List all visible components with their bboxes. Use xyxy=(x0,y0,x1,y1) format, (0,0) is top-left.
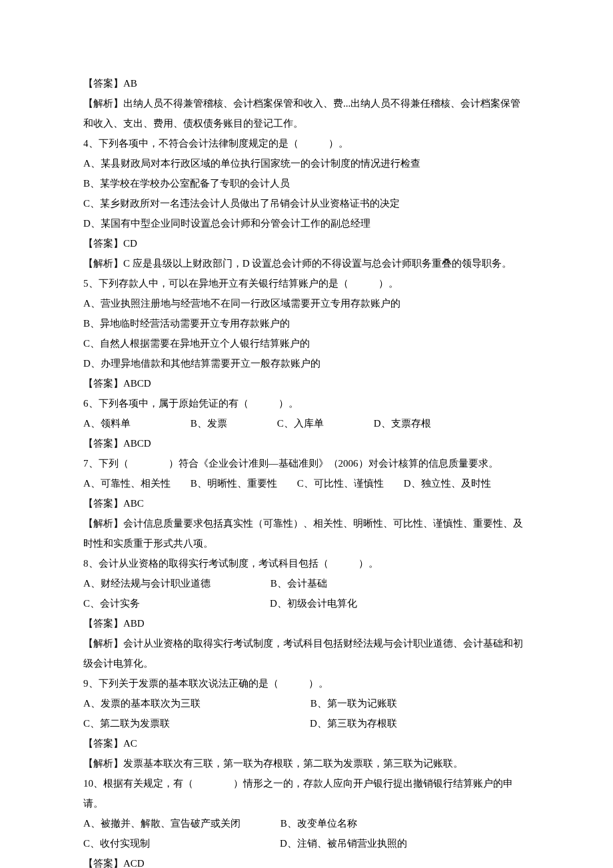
text-line: 9、下列关于发票的基本联次说法正确的是（ ）。 xyxy=(83,673,530,693)
text-line: 【解析】会计信息质量要求包括真实性（可靠性）、相关性、明晰性、可比性、谨慎性、重… xyxy=(83,513,530,553)
text-line: D、某国有中型企业同时设置总会计师和分管会计工作的副总经理 xyxy=(83,213,530,233)
text-line: A、可靠性、相关性 B、明晰性、重要性 C、可比性、谨慎性 D、独立性、及时性 xyxy=(83,473,530,493)
text-line: C、某乡财政所对一名违法会计人员做出了吊销会计从业资格证书的决定 xyxy=(83,193,530,213)
text-line: C、收付实现制 D、注销、被吊销营业执照的 xyxy=(83,833,530,853)
text-line: 【答案】AB xyxy=(83,73,530,93)
text-line: 【解析】C 应是县级以上财政部门，D 设置总会计师的不得设置与总会计师职务重叠的… xyxy=(83,253,530,273)
text-line: 10、根据有关规定，有（ ）情形之一的，存款人应向开户银行提出撤销银行结算账户的… xyxy=(83,773,530,813)
text-line: 【答案】ABCD xyxy=(83,433,530,453)
text-line: 【解析】发票基本联次有三联，第一联为存根联，第二联为发票联，第三联为记账联。 xyxy=(83,753,530,773)
text-line: 7、下列（ ）符合《企业会计准则—基础准则》（2006）对会计核算的信息质量要求… xyxy=(83,453,530,473)
text-line: A、某县财政局对本行政区域的单位执行国家统一的会计制度的情况进行检查 xyxy=(83,153,530,173)
text-line: B、某学校在学校办公室配备了专职的会计人员 xyxy=(83,173,530,193)
text-line: C、会计实务 D、初级会计电算化 xyxy=(83,593,530,613)
text-line: 【解析】出纳人员不得兼管稽核、会计档案保管和收入、费...出纳人员不得兼任稽核、… xyxy=(83,93,530,133)
text-line: 【答案】ABCD xyxy=(83,373,530,393)
text-line: 8、会计从业资格的取得实行考试制度，考试科目包括（ ）。 xyxy=(83,553,530,573)
text-line: C、自然人根据需要在异地开立个人银行结算账户的 xyxy=(83,333,530,353)
text-line: 4、下列各项中，不符合会计法律制度规定的是（ ）。 xyxy=(83,133,530,153)
text-line: 【答案】CD xyxy=(83,233,530,253)
text-line: A、财经法规与会计职业道德 B、会计基础 xyxy=(83,573,530,593)
text-line: A、领料单 B、发票 C、入库单 D、支票存根 xyxy=(83,413,530,433)
text-line: C、第二联为发票联 D、第三联为存根联 xyxy=(83,713,530,733)
text-line: 【答案】ABC xyxy=(83,493,530,513)
text-line: A、发票的基本联次为三联 B、第一联为记账联 xyxy=(83,693,530,713)
text-line: 【答案】ABD xyxy=(83,613,530,633)
document-page: 【答案】AB 【解析】出纳人员不得兼管稽核、会计档案保管和收入、费...出纳人员… xyxy=(0,0,613,868)
text-line: A、被撤并、解散、宣告破产或关闭 B、改变单位名称 xyxy=(83,813,530,833)
text-line: 5、下列存款人中，可以在异地开立有关银行结算账户的是（ ）。 xyxy=(83,273,530,293)
text-line: 【答案】ACD xyxy=(83,853,530,868)
text-line: D、办理异地借款和其他结算需要开立一般存款账户的 xyxy=(83,353,530,373)
text-line: A、营业执照注册地与经营地不在同一行政区域需要开立专用存款账户的 xyxy=(83,293,530,313)
text-line: 【解析】会计从业资格的取得实行考试制度，考试科目包括财经法规与会计职业道德、会计… xyxy=(83,633,530,673)
text-line: 【答案】AC xyxy=(83,733,530,753)
text-line: 6、下列各项中，属于原始凭证的有（ ）。 xyxy=(83,393,530,413)
text-line: B、异地临时经营活动需要开立专用存款账户的 xyxy=(83,313,530,333)
